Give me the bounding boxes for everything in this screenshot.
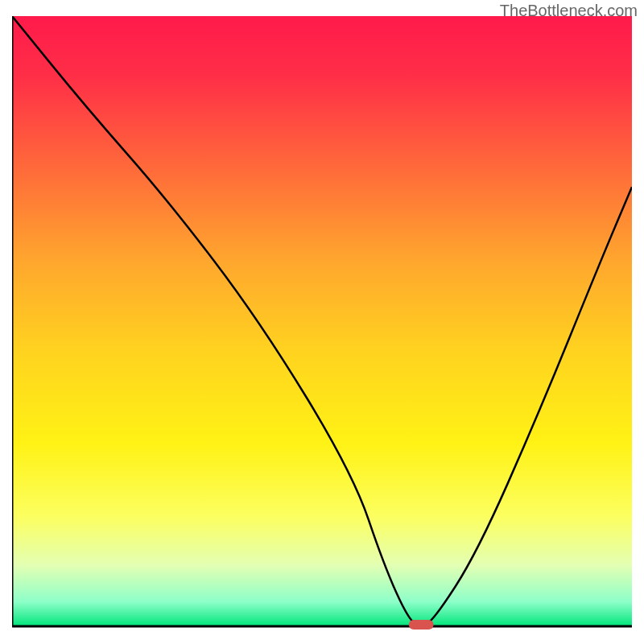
chart-area — [12, 16, 632, 636]
chart-svg — [12, 16, 632, 636]
watermark-text: TheBottleneck.com — [500, 2, 638, 20]
gradient-background — [12, 16, 632, 626]
optimal-marker — [409, 620, 434, 630]
